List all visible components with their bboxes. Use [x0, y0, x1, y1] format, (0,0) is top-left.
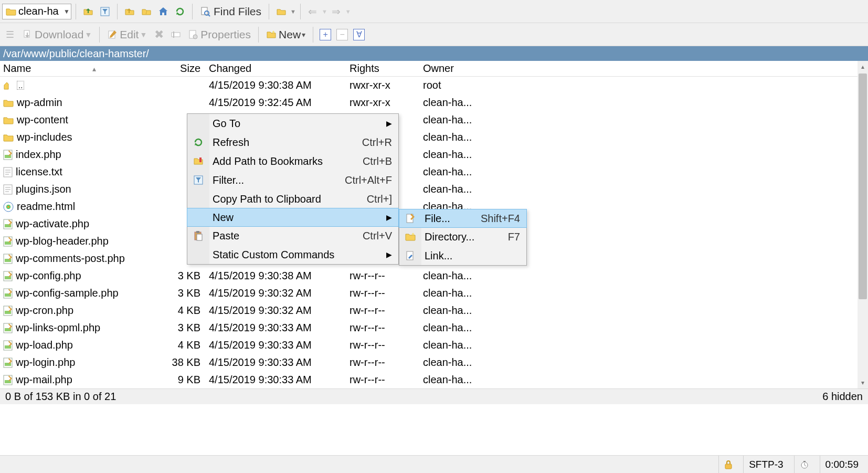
menu-item-filter[interactable]: Filter...Ctrl+Alt+F — [187, 171, 398, 190]
column-changed[interactable]: Changed — [206, 61, 346, 76]
nav-forward-button[interactable]: ⇒ — [329, 4, 344, 19]
table-row[interactable]: ..4/15/2019 9:30:38 AMrwxr-xr-xroot — [0, 77, 858, 94]
select-all-button[interactable]: + — [317, 27, 333, 43]
file-name: wp-load.php — [16, 339, 73, 351]
home-button[interactable] — [155, 4, 171, 19]
scrollbar-thumb[interactable] — [859, 73, 867, 299]
file-changed: 4/15/2019 9:30:33 AM — [206, 373, 346, 387]
column-rights[interactable]: Rights — [346, 61, 420, 76]
menu-item-directory[interactable]: Directory...F7 — [399, 227, 526, 246]
table-row[interactable]: wp-links-opml.php3 KB4/15/2019 9:30:33 A… — [0, 319, 858, 337]
lock-icon — [724, 460, 733, 469]
select-invert-button[interactable]: ∀ — [351, 27, 367, 43]
file-changed: 4/15/2019 9:30:32 AM — [206, 303, 346, 318]
sync-button[interactable] — [273, 4, 289, 19]
select-none-button[interactable]: − — [334, 27, 350, 43]
rename-button[interactable] — [168, 27, 184, 43]
file-owner: clean-ha... — [420, 338, 525, 352]
menu-item-link[interactable]: Link... — [399, 246, 526, 265]
column-size[interactable]: Size — [161, 61, 206, 76]
selection-summary: 0 B of 153 KB in 0 of 21 — [5, 391, 116, 403]
chevron-down-icon: ▼ — [290, 8, 296, 15]
table-row[interactable]: plugins.jsonclean-ha... — [0, 181, 858, 198]
vertical-scrollbar[interactable]: ▴ ▾ — [858, 61, 868, 388]
filter-button[interactable] — [97, 4, 113, 19]
svg-rect-36 — [5, 311, 11, 314]
context-menu: Go To▶RefreshCtrl+RAdd Path to Bookmarks… — [187, 113, 399, 265]
path-text: /var/www/public/clean-hamster/ — [3, 48, 149, 60]
file-list-header: Name▴ Size Changed Rights Owner — [0, 61, 858, 77]
svg-rect-32 — [5, 276, 11, 279]
file-owner: clean-ha... — [420, 165, 525, 179]
table-row[interactable]: wp-admin4/15/2019 9:32:45 AMrwxr-xr-xcle… — [0, 94, 858, 111]
file-rights: rw-r--r-- — [346, 321, 420, 335]
queue-icon[interactable]: ☰ — [2, 27, 18, 43]
file-changed: 4/15/2019 9:30:33 AM — [206, 321, 346, 335]
menu-item-label: Go To — [213, 118, 378, 130]
file-changed: 4/15/2019 9:30:32 AM — [206, 286, 346, 300]
refresh-button[interactable] — [172, 4, 188, 19]
nav-back-button[interactable]: ⇐ — [305, 4, 321, 19]
parent-dir-button[interactable] — [80, 4, 96, 19]
menu-item-copy-path-to-clipboard[interactable]: Copy Path to ClipboardCtrl+] — [187, 190, 398, 208]
file-name: wp-cron.php — [16, 304, 73, 317]
file-owner: clean-ha... — [420, 148, 525, 162]
menu-item-paste[interactable]: PasteCtrl+V — [187, 226, 398, 245]
table-row[interactable]: wp-config.php3 KB4/15/2019 9:30:38 AMrw-… — [0, 267, 858, 285]
separator — [99, 27, 100, 43]
separator — [117, 4, 118, 19]
separator — [269, 4, 269, 19]
menu-item-refresh[interactable]: RefreshCtrl+R — [187, 133, 398, 152]
location-combo[interactable]: clean-ha ▼ — [2, 4, 71, 19]
table-row[interactable]: wp-mail.php9 KB4/15/2019 9:30:33 AMrw-r-… — [0, 371, 858, 388]
column-owner[interactable]: Owner — [420, 61, 525, 76]
file-size: 4 KB — [161, 338, 206, 352]
filter-icon — [192, 174, 205, 186]
table-row[interactable]: index.phpclean-ha... — [0, 146, 858, 163]
encryption-status — [718, 456, 738, 473]
protocol-status: SFTP-3 — [743, 456, 788, 473]
file-rights: rw-r--r-- — [346, 286, 420, 300]
table-row[interactable]: wp-includesclean-ha... — [0, 129, 858, 146]
download-button[interactable]: Download ▼ — [19, 27, 95, 43]
delete-button[interactable]: ✖ — [151, 27, 167, 43]
table-row[interactable]: wp-contentclean-ha... — [0, 111, 858, 129]
table-row[interactable]: wp-load.php4 KB4/15/2019 9:30:33 AMrw-r-… — [0, 337, 858, 354]
menu-item-go-to[interactable]: Go To▶ — [187, 114, 398, 133]
scroll-up-icon[interactable]: ▴ — [858, 61, 868, 72]
file-owner: clean-ha... — [420, 182, 525, 196]
new-button[interactable]: New ▾ — [263, 27, 309, 43]
file-size — [161, 102, 206, 104]
chevron-down-icon: ▼ — [345, 8, 351, 15]
path-bar[interactable]: /var/www/public/clean-hamster/ — [0, 46, 868, 61]
file-rights: rw-r--r-- — [346, 373, 420, 387]
table-row[interactable]: wp-config-sample.php3 KB4/15/2019 9:30:3… — [0, 285, 858, 302]
table-row[interactable]: license.txt20clean-ha... — [0, 163, 858, 181]
menu-item-label: Copy Path to Clipboard — [213, 193, 354, 205]
menu-item-shortcut: Ctrl+V — [363, 230, 392, 242]
separator — [313, 27, 313, 43]
refresh-icon — [192, 136, 205, 149]
table-row[interactable]: wp-login.php38 KB4/15/2019 9:30:33 AMrw-… — [0, 354, 858, 371]
menu-item-static-custom-commands[interactable]: Static Custom Commands▶ — [187, 245, 398, 264]
elapsed-time: 0:00:59 — [820, 456, 864, 473]
menu-item-new[interactable]: New▶ — [187, 208, 399, 227]
menu-item-add-path-to-bookmarks[interactable]: Add Path to BookmarksCtrl+B — [187, 152, 398, 171]
table-row[interactable]: wp-cron.php4 KB4/15/2019 9:30:32 AMrw-r-… — [0, 302, 858, 319]
column-name[interactable]: Name▴ — [0, 61, 161, 76]
file-changed: 4/15/2019 9:30:33 AM — [206, 338, 346, 352]
properties-button[interactable]: Properties — [185, 27, 254, 43]
submenu-arrow-icon: ▶ — [386, 213, 392, 222]
edit-button[interactable]: Edit ▼ — [104, 27, 150, 43]
find-files-button[interactable]: Find Files — [197, 4, 264, 19]
selection-status-bar: 0 B of 153 KB in 0 of 21 6 hidden — [0, 388, 868, 404]
file-rights: rw-r--r-- — [346, 303, 420, 318]
file-size: 4 KB — [161, 303, 206, 318]
scroll-down-icon[interactable]: ▾ — [858, 377, 868, 388]
chevron-down-icon: ▾ — [302, 30, 305, 39]
newfolder-icon — [404, 230, 417, 243]
nav-up-button[interactable] — [122, 4, 137, 19]
menu-item-file[interactable]: File...Shift+F4 — [399, 209, 527, 228]
file-rights: rwxr-xr-x — [346, 96, 420, 110]
nav-root-button[interactable]: / — [139, 4, 154, 19]
